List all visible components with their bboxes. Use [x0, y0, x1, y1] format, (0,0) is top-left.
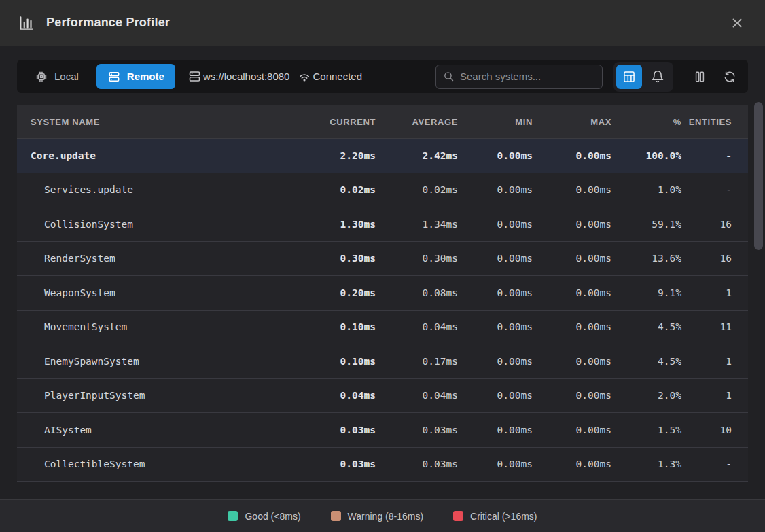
title-bar: Performance Profiler [0, 0, 765, 46]
system-name-cell: CollisionSystem [17, 219, 300, 230]
vertical-scrollbar-thumb[interactable] [754, 102, 763, 250]
current-ms-cell: 0.02ms [300, 184, 376, 195]
systems-table: SYSTEM NAME CURRENT AVERAGE MIN MAX % EN… [17, 105, 748, 482]
average-ms-cell: 0.02ms [376, 184, 458, 195]
percent-cell: 1.3% [611, 459, 681, 469]
column-header-current[interactable]: CURRENT [300, 117, 376, 127]
table-row[interactable]: CollisionSystem 1.30ms 1.34ms 0.00ms 0.0… [17, 207, 748, 242]
entities-cell: - [681, 150, 748, 161]
table-row[interactable]: Core.update 2.20ms 2.42ms 0.00ms 0.00ms … [17, 139, 748, 173]
percent-cell: 1.5% [611, 425, 681, 436]
system-name-cell: EnemySpawnSystem [17, 356, 300, 367]
system-name-cell: WeaponSystem [17, 287, 300, 298]
ws-url: ws://localhost:8080 [203, 71, 290, 82]
table-row[interactable]: PlayerInputSystem 0.04ms 0.04ms 0.00ms 0… [17, 379, 748, 414]
entities-cell: 10 [681, 425, 748, 436]
current-ms-cell: 0.03ms [300, 425, 376, 436]
local-mode-label: Local [54, 71, 79, 82]
percent-cell: 4.5% [611, 321, 681, 332]
legend-footer: Good (<8ms) Warning (8-16ms) Critical (>… [0, 499, 765, 532]
percent-cell: 100.0% [611, 150, 681, 161]
max-ms-cell: 0.00ms [533, 321, 611, 332]
system-name-cell: Core.update [17, 150, 300, 161]
column-header-min[interactable]: MIN [458, 117, 533, 127]
column-header-average[interactable]: AVERAGE [376, 117, 458, 127]
average-ms-cell: 0.03ms [376, 459, 458, 469]
min-ms-cell: 0.00ms [458, 321, 533, 332]
current-ms-cell: 1.30ms [300, 219, 376, 230]
search-input[interactable] [460, 71, 595, 82]
pause-button[interactable] [688, 65, 711, 89]
entities-cell: 1 [681, 356, 748, 367]
average-ms-cell: 1.34ms [376, 219, 458, 230]
critical-swatch [453, 511, 463, 521]
local-mode-button[interactable]: Local [24, 64, 90, 89]
column-header-system-name[interactable]: SYSTEM NAME [17, 117, 300, 127]
system-name-cell: AISystem [17, 425, 300, 436]
entities-cell: 1 [681, 390, 748, 401]
table-row[interactable]: Services.update 0.02ms 0.02ms 0.00ms 0.0… [17, 173, 748, 208]
entities-cell: 11 [681, 321, 748, 332]
current-ms-cell: 0.10ms [300, 356, 376, 367]
percent-cell: 13.6% [611, 253, 681, 264]
table-row[interactable]: AISystem 0.03ms 0.03ms 0.00ms 0.00ms 1.5… [17, 413, 748, 448]
entities-cell: 16 [681, 253, 748, 264]
min-ms-cell: 0.00ms [458, 287, 533, 298]
entities-cell: - [681, 459, 748, 469]
table-row[interactable]: WeaponSystem 0.20ms 0.08ms 0.00ms 0.00ms… [17, 276, 748, 311]
table-view-button[interactable] [616, 65, 642, 89]
table-row[interactable]: MovementSystem 0.10ms 0.04ms 0.00ms 0.00… [17, 311, 748, 345]
system-name-cell: CollectibleSystem [17, 459, 300, 469]
table-row[interactable]: CollectibleSystem 0.03ms 0.03ms 0.00ms 0… [17, 448, 748, 482]
percent-cell: 1.0% [611, 184, 681, 195]
entities-cell: - [681, 184, 748, 195]
close-icon[interactable] [727, 13, 747, 33]
search-box [435, 65, 603, 89]
average-ms-cell: 2.42ms [376, 150, 458, 161]
system-name-cell: Services.update [17, 184, 300, 195]
min-ms-cell: 0.00ms [458, 253, 533, 264]
toolbar: Local Remote ws://localhost:8080 [17, 60, 748, 93]
page-title: Performance Profiler [46, 16, 727, 30]
current-ms-cell: 0.20ms [300, 287, 376, 298]
table-row[interactable]: EnemySpawnSystem 0.10ms 0.17ms 0.00ms 0.… [17, 344, 748, 379]
current-ms-cell: 0.04ms [300, 390, 376, 401]
cpu-chip-icon [35, 70, 48, 84]
percent-cell: 4.5% [611, 356, 681, 367]
min-ms-cell: 0.00ms [458, 219, 533, 230]
max-ms-cell: 0.00ms [533, 390, 611, 401]
remote-mode-label: Remote [127, 71, 164, 82]
max-ms-cell: 0.00ms [533, 459, 611, 469]
view-toggle-group [613, 62, 673, 92]
wifi-icon [298, 70, 311, 84]
min-ms-cell: 0.00ms [458, 425, 533, 436]
average-ms-cell: 0.03ms [376, 425, 458, 436]
legend-item-critical: Critical (>16ms) [453, 511, 537, 522]
column-header-max[interactable]: MAX [533, 117, 611, 127]
system-name-cell: PlayerInputSystem [17, 390, 300, 401]
column-header-percent[interactable]: % [611, 117, 681, 127]
percent-cell: 2.0% [611, 390, 681, 401]
warning-swatch [331, 511, 341, 521]
max-ms-cell: 0.00ms [533, 425, 611, 436]
table-row[interactable]: RenderSystem 0.30ms 0.30ms 0.00ms 0.00ms… [17, 242, 748, 277]
legend-item-good: Good (<8ms) [228, 511, 300, 522]
table-header-row: SYSTEM NAME CURRENT AVERAGE MIN MAX % EN… [17, 105, 748, 139]
average-ms-cell: 0.17ms [376, 356, 458, 367]
refresh-button[interactable] [718, 65, 741, 89]
remote-mode-button[interactable]: Remote [96, 64, 175, 89]
column-header-entities[interactable]: ENTITIES [681, 117, 748, 127]
alerts-bell-button[interactable] [645, 65, 671, 89]
max-ms-cell: 0.00ms [533, 253, 611, 264]
min-ms-cell: 0.00ms [458, 356, 533, 367]
legend-label-good: Good (<8ms) [245, 511, 300, 522]
min-ms-cell: 0.00ms [458, 390, 533, 401]
system-name-cell: RenderSystem [17, 253, 300, 264]
average-ms-cell: 0.08ms [376, 287, 458, 298]
percent-cell: 59.1% [611, 219, 681, 230]
legend-label-warning: Warning (8-16ms) [348, 511, 424, 522]
table-body: Core.update 2.20ms 2.42ms 0.00ms 0.00ms … [17, 139, 748, 482]
average-ms-cell: 0.30ms [376, 253, 458, 264]
average-ms-cell: 0.04ms [376, 390, 458, 401]
current-ms-cell: 0.10ms [300, 321, 376, 332]
